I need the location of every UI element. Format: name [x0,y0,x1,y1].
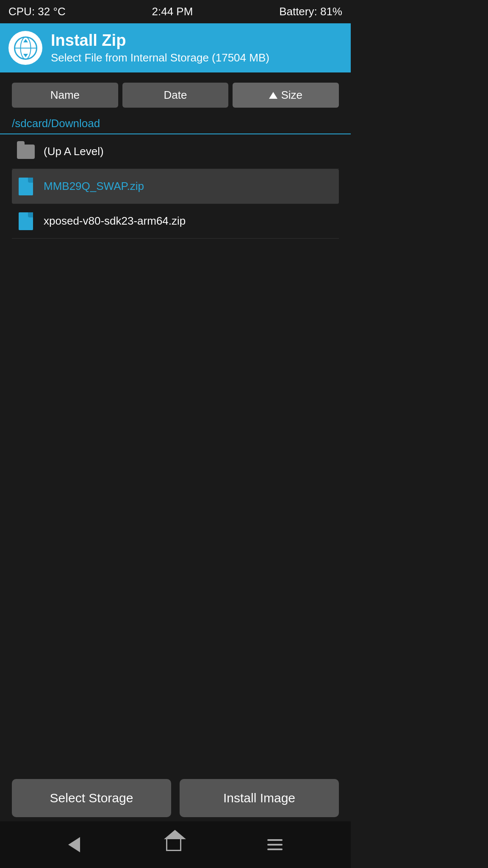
file-icon [16,177,35,196]
list-item[interactable]: (Up A Level) [12,134,339,169]
back-icon [68,837,80,852]
sort-size-button[interactable]: Size [233,83,339,108]
header-subtitle: Select File from Internal Storage (17504… [51,51,269,64]
folder-icon [16,142,35,161]
bottom-buttons: Select Storage Install Image [0,779,351,817]
svg-marker-4 [23,54,28,57]
file-icon [16,211,35,231]
select-storage-button[interactable]: Select Storage [12,779,171,817]
list-item[interactable]: MMB29Q_SWAP.zip [12,169,339,204]
app-header: Install Zip Select File from Internal St… [0,23,351,72]
menu-icon [267,839,283,850]
file-name-xposed: xposed-v80-sdk23-arm64.zip [44,214,186,228]
sort-triangle-icon [269,92,277,99]
svg-marker-3 [23,39,28,42]
current-path: /sdcard/Download [12,117,100,130]
header-title: Install Zip [51,31,269,50]
install-image-button[interactable]: Install Image [180,779,339,817]
sort-size-label: Size [281,89,302,102]
header-text: Install Zip Select File from Internal St… [51,31,269,64]
file-list: (Up A Level) MMB29Q_SWAP.zip xposed-v80-… [0,134,351,239]
home-icon [166,838,181,851]
sort-name-button[interactable]: Name [12,83,118,108]
sort-bar: Name Date Size [0,72,351,113]
menu-nav-button[interactable] [267,839,283,850]
file-name-up: (Up A Level) [44,145,104,158]
nav-bar [0,821,351,868]
cpu-status: CPU: 32 °C [8,5,66,18]
sort-date-button[interactable]: Date [122,83,229,108]
home-nav-button[interactable] [166,838,181,851]
battery-status: Battery: 81% [279,5,342,18]
time-status: 2:44 PM [152,5,193,18]
status-bar: CPU: 32 °C 2:44 PM Battery: 81% [0,0,351,23]
list-item[interactable]: xposed-v80-sdk23-arm64.zip [12,204,339,239]
back-nav-button[interactable] [68,837,80,852]
file-name-mmb: MMB29Q_SWAP.zip [44,180,144,193]
app-logo [8,31,42,65]
path-bar: /sdcard/Download [0,113,351,134]
